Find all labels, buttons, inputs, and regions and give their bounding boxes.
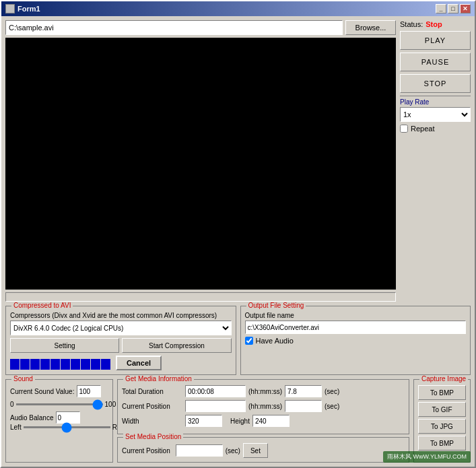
set-media-section: Set Media Position Current Position (sec… [117,437,409,463]
sound-section: Sound Current Sound Value: 100 0 100 Mut… [5,379,113,463]
sound-slider[interactable] [16,403,103,405]
file-path-input[interactable] [5,20,343,35]
output-section: Output File Setting Output file name Hav… [240,306,471,375]
current-pos-input[interactable] [185,400,246,412]
set-pos-row: Current Position (sec) Set [122,443,405,458]
lower-sections: Sound Current Sound Value: 100 0 100 Mut… [1,379,475,467]
play-button[interactable]: PLAY [400,31,471,50]
sound-value-input[interactable]: 100 [77,385,101,397]
prog-block-5 [50,359,60,370]
media-info-title: Get Media Information [123,375,194,382]
sound-title: Sound [11,375,35,382]
width-input[interactable]: 320 [185,415,222,427]
setting-button[interactable]: Setting [10,338,119,353]
right-panel-top: Status: Stop PLAY PAUSE STOP Play Rate 1… [400,20,471,133]
title-buttons: _ □ ✕ [436,4,471,13]
capture-section: Capture Image To BMP To GIF To JPG To BM… [413,379,471,463]
media-info-section: Get Media Information Total Duration 00:… [117,379,409,434]
total-sec-input[interactable]: 7.8 [285,385,322,397]
right-panel: Status: Stop PLAY PAUSE STOP Play Rate 1… [400,20,471,302]
play-rate-select[interactable]: 1x 2x 0.5x [400,107,471,122]
repeat-label: Repeat [411,125,434,133]
current-pos-row: Current Position (hh:mm:ss) (sec) [122,400,405,412]
bottom-area: Compressed to AVI Compressors (Divx and … [1,306,475,379]
width-label: Width [122,417,182,425]
close-button[interactable]: ✕ [460,4,471,13]
repeat-row: Repeat [400,125,471,133]
sound-slider-row: 0 100 Mute [10,400,108,409]
title-bar: Form1 _ □ ✕ [1,1,475,16]
prog-block-1 [10,359,20,370]
to-jpg-button[interactable]: To JPG [418,419,466,434]
minimize-button[interactable]: _ [436,4,446,13]
prog-block-2 [20,359,30,370]
current-pos-unit: (hh:mm:ss) [248,403,282,410]
balance-label: Audio Balance [10,414,54,422]
prog-block-6 [61,359,70,370]
left-label: Left [10,424,22,431]
to-gif-button[interactable]: To GIF [418,402,466,417]
capture-title: Capture Image [419,375,468,382]
window-content: Browse... Status: Stop PLAY PAUSE STOP [1,16,475,306]
prog-block-4 [40,359,50,370]
status-row: Status: Stop [400,20,471,28]
window-icon [5,4,15,13]
sound-value-row: Current Sound Value: 100 [10,385,108,397]
cancel-button[interactable]: Cancel [116,356,162,370]
total-sec-unit: (sec) [325,388,339,395]
progress-bar[interactable] [5,292,396,302]
dimensions-row: Width 320 Height 240 [122,415,405,427]
total-duration-row: Total Duration 00:00:08 (hh:mm:ss) 7.8 (… [122,385,405,397]
current-pos-label: Current Position [122,403,182,410]
prog-block-9 [91,359,100,370]
output-filename-label: Output file name [245,312,467,319]
current-sec-input[interactable] [285,400,322,412]
total-duration-label: Total Duration [122,388,182,395]
pause-button[interactable]: PAUSE [400,53,471,71]
set-media-title: Set Media Position [123,433,183,440]
stop-button[interactable]: STOP [400,74,471,93]
main-window: Form1 _ □ ✕ Browse... Status: [0,0,476,468]
total-duration-unit: (hh:mm:ss) [248,388,282,395]
compress-title: Compressed to AVI [11,302,73,309]
current-sec-unit: (sec) [325,403,339,410]
have-audio-row: Have Audio [245,337,467,345]
title-bar-left: Form1 [5,4,40,13]
compressor-select[interactable]: DivXR 6.4.0 Codec (2 Logical CPUs) [10,321,232,335]
output-filename-input[interactable] [245,321,467,334]
set-pos-input[interactable] [176,444,223,457]
play-rate-group: Play Rate 1x 2x 0.5x [400,96,471,122]
start-compression-button[interactable]: Start Compression [122,338,231,353]
prog-block-10 [101,359,110,370]
balance-slider-row: Left Right [10,424,108,431]
height-label: Height [230,417,250,425]
set-pos-label: Current Position [122,447,170,455]
total-duration-input[interactable]: 00:00:08 [185,385,246,397]
repeat-checkbox[interactable] [400,125,408,133]
have-audio-label: Have Audio [256,337,294,345]
sound-max-label: 100 [105,401,116,408]
status-value: Stop [426,20,442,28]
compress-buttons-row: Setting Start Compression [10,338,232,353]
maximize-button[interactable]: □ [448,4,458,13]
sound-min-label: 0 [10,401,14,408]
to-bmp-button[interactable]: To BMP [418,385,466,400]
have-audio-checkbox[interactable] [245,337,253,345]
lower-right: Get Media Information Total Duration 00:… [117,379,409,463]
browse-button[interactable]: Browse... [345,20,396,35]
file-row: Browse... [5,20,396,35]
compressor-label: Compressors (Divx and Xvid are the most … [10,312,232,319]
set-button[interactable]: Set [243,443,268,458]
play-rate-label: Play Rate [400,96,471,106]
left-panel: Browse... [5,20,396,302]
to-bmp2-button[interactable]: To BMP [418,436,466,450]
set-sec-unit: (sec) [226,447,240,455]
balance-slider[interactable] [24,426,110,428]
compress-progress [10,359,110,370]
video-display [5,38,396,290]
prog-block-7 [71,359,80,370]
status-label: Status: [400,20,423,28]
compress-section: Compressed to AVI Compressors (Divx and … [5,306,236,375]
height-input[interactable]: 240 [252,415,290,427]
window-title: Form1 [18,5,40,13]
